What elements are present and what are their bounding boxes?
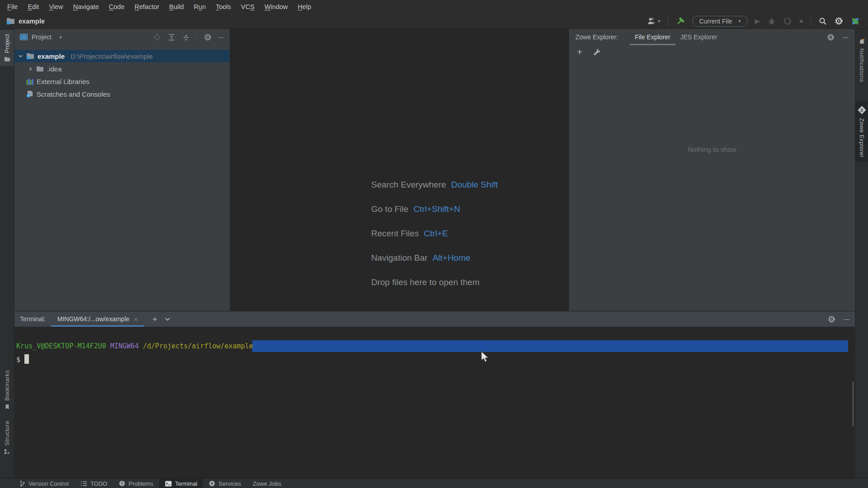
project-breadcrumb: example bbox=[6, 17, 45, 25]
menu-item-vcs[interactable]: VCS bbox=[236, 0, 259, 14]
menu-item-run[interactable]: Run bbox=[189, 0, 211, 14]
right-tool-strip: Notifications Z Zowe Explorer bbox=[855, 29, 868, 478]
gear-icon[interactable] bbox=[204, 33, 212, 41]
wrench-icon[interactable] bbox=[593, 48, 600, 56]
zowe-panel-actions: — bbox=[827, 33, 851, 41]
chevron-down-icon: ▾ bbox=[739, 19, 741, 23]
run-configuration-dropdown[interactable]: Current File ▾ bbox=[693, 16, 747, 27]
terminal-env: MINGW64 bbox=[110, 342, 139, 350]
tree-node-path: D:\Projects\airflow\example bbox=[71, 52, 153, 60]
tree-row-external-libraries[interactable]: External Libraries bbox=[14, 75, 230, 88]
tool-button-notifications[interactable]: Notifications bbox=[855, 34, 868, 86]
locate-target-icon[interactable] bbox=[153, 33, 161, 41]
close-icon[interactable]: × bbox=[134, 315, 138, 323]
collapse-all-icon[interactable] bbox=[182, 33, 190, 41]
user-profile-button[interactable]: ▾ bbox=[647, 17, 660, 25]
terminal-caret bbox=[24, 354, 29, 364]
statusbar-terminal[interactable]: Terminal bbox=[159, 479, 203, 488]
statusbar-todo[interactable]: TODO bbox=[75, 479, 113, 488]
tree-row-idea[interactable]: .idea bbox=[14, 62, 230, 75]
services-icon bbox=[209, 480, 215, 487]
tool-button-project[interactable]: Project bbox=[0, 30, 14, 66]
menu-item-file[interactable]: File bbox=[2, 0, 23, 14]
terminal-tab-title: MINGW64:/...ow/example bbox=[57, 315, 130, 323]
run-button[interactable]: ▶ bbox=[755, 18, 760, 24]
new-terminal-session-icon[interactable]: + bbox=[152, 315, 157, 324]
folder-icon bbox=[36, 66, 44, 72]
tree-row-scratches[interactable]: Scratches and Consoles bbox=[14, 88, 230, 100]
terminal-tab[interactable]: MINGW64:/...ow/example × bbox=[51, 311, 144, 327]
tree-node-name: example bbox=[38, 52, 65, 60]
gear-icon[interactable] bbox=[828, 315, 835, 323]
menu-item-edit[interactable]: Edit bbox=[23, 0, 44, 14]
libraries-icon bbox=[26, 78, 33, 85]
problems-icon bbox=[119, 480, 125, 487]
tab-file-explorer[interactable]: File Explorer bbox=[630, 29, 675, 45]
hide-panel-icon[interactable]: — bbox=[844, 316, 849, 323]
hide-panel-icon[interactable]: — bbox=[218, 34, 224, 41]
terminal-output[interactable]: Krus_V@DESKTOP-M14F2U0 MINGW64 /d/Projec… bbox=[14, 327, 855, 478]
editor-empty-shortcuts: Search EverywhereDouble Shift Go to File… bbox=[371, 173, 498, 295]
tool-window-bar: Version Control TODO Problems Terminal bbox=[0, 478, 868, 488]
statusbar-item-label: Services bbox=[218, 480, 241, 487]
chevron-down-icon[interactable]: ▾ bbox=[60, 35, 62, 40]
zowe-panel-header: Zowe Explorer: File Explorer JES Explore… bbox=[569, 29, 855, 45]
menu-item-help[interactable]: Help bbox=[292, 0, 316, 14]
project-tree: example D:\Projects\airflow\example .ide… bbox=[14, 45, 230, 100]
toolbar-divider bbox=[197, 33, 197, 41]
chevron-down-icon[interactable] bbox=[165, 316, 170, 322]
menu-item-navigate[interactable]: Navigate bbox=[68, 0, 104, 14]
plugin-leaf-icon[interactable] bbox=[851, 17, 860, 26]
terminal-icon bbox=[165, 481, 172, 487]
statusbar-services[interactable]: Services bbox=[203, 479, 247, 488]
shortcut-key-link[interactable]: Ctrl+E bbox=[424, 229, 448, 238]
project-tool-window: Project ▾ bbox=[14, 29, 230, 311]
git-branch-icon bbox=[19, 480, 25, 487]
build-hammer-icon[interactable] bbox=[676, 17, 685, 26]
debug-bug-icon[interactable] bbox=[768, 17, 776, 25]
tab-jes-explorer[interactable]: JES Explorer bbox=[675, 29, 722, 45]
menu-item-tools[interactable]: Tools bbox=[211, 0, 236, 14]
statusbar-version-control[interactable]: Version Control bbox=[14, 479, 75, 488]
content-area: Project Bookmarks Structure bbox=[0, 29, 868, 478]
shortcut-key-link[interactable]: Ctrl+Shift+N bbox=[413, 204, 460, 214]
tool-button-zowe-explorer[interactable]: Z Zowe Explorer bbox=[855, 101, 868, 162]
tree-row-example-root[interactable]: example D:\Projects\airflow\example bbox=[14, 50, 230, 62]
run-with-coverage-icon[interactable] bbox=[783, 17, 792, 25]
shortcut-label: Drop files here to open them bbox=[371, 277, 480, 287]
tool-button-zowe-label: Zowe Explorer bbox=[859, 118, 865, 158]
settings-gear-icon[interactable] bbox=[835, 17, 843, 25]
statusbar-zowe-jobs[interactable]: Zowe Jobs bbox=[247, 479, 287, 488]
project-panel-title[interactable]: Project bbox=[32, 33, 52, 41]
title-toolbar: example ▾ Current File ▾ ▶ bbox=[0, 14, 868, 29]
menu-item-build[interactable]: Build bbox=[164, 0, 189, 14]
main-row: Project ▾ bbox=[14, 29, 855, 311]
hide-panel-icon[interactable]: — bbox=[843, 34, 849, 41]
terminal-scrollbar[interactable] bbox=[852, 381, 854, 427]
scratches-icon bbox=[26, 90, 33, 98]
gear-icon[interactable] bbox=[827, 33, 835, 41]
terminal-user-host: Krus_V@DESKTOP-M14F2U0 bbox=[16, 342, 106, 350]
expand-collapse-icon[interactable] bbox=[168, 33, 175, 41]
tool-button-bookmarks[interactable]: Bookmarks bbox=[0, 366, 14, 414]
tool-button-structure[interactable]: Structure bbox=[0, 417, 14, 459]
tool-button-project-label: Project bbox=[4, 34, 10, 53]
shortcut-key-link[interactable]: Double Shift bbox=[451, 180, 498, 189]
shortcut-label: Recent Files bbox=[371, 229, 419, 238]
zowe-panel-title: Zowe Explorer: bbox=[576, 33, 618, 41]
terminal-input-line: $ bbox=[16, 353, 855, 366]
menu-item-window[interactable]: Window bbox=[259, 0, 293, 14]
search-everywhere-icon[interactable] bbox=[819, 17, 827, 25]
menu-item-code[interactable]: Code bbox=[104, 0, 130, 14]
terminal-tool-window: Terminal: MINGW64:/...ow/example × + bbox=[14, 311, 855, 478]
menu-item-view[interactable]: View bbox=[44, 0, 68, 14]
chevron-right-icon[interactable] bbox=[28, 66, 33, 71]
stop-button[interactable]: ■ bbox=[799, 18, 803, 24]
menu-item-refactor[interactable]: Refactor bbox=[130, 0, 165, 14]
project-panel-header: Project ▾ bbox=[14, 29, 230, 45]
statusbar-problems[interactable]: Problems bbox=[113, 479, 159, 488]
chevron-down-icon[interactable] bbox=[18, 54, 23, 59]
shortcut-key-link[interactable]: Alt+Home bbox=[433, 253, 471, 263]
add-profile-icon[interactable]: + bbox=[577, 47, 582, 57]
project-view-icon bbox=[20, 34, 28, 40]
